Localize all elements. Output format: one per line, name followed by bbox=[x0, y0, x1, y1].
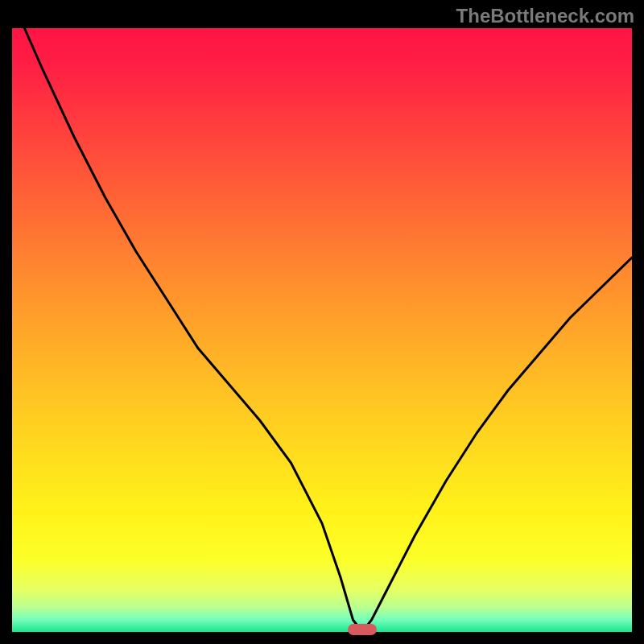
plot-area bbox=[12, 28, 632, 632]
watermark-text: TheBottleneck.com bbox=[456, 5, 634, 27]
chart-container: TheBottleneck.com bbox=[0, 0, 644, 644]
bottleneck-marker bbox=[348, 624, 377, 635]
curve-svg bbox=[12, 28, 632, 632]
bottleneck-curve bbox=[24, 28, 632, 632]
